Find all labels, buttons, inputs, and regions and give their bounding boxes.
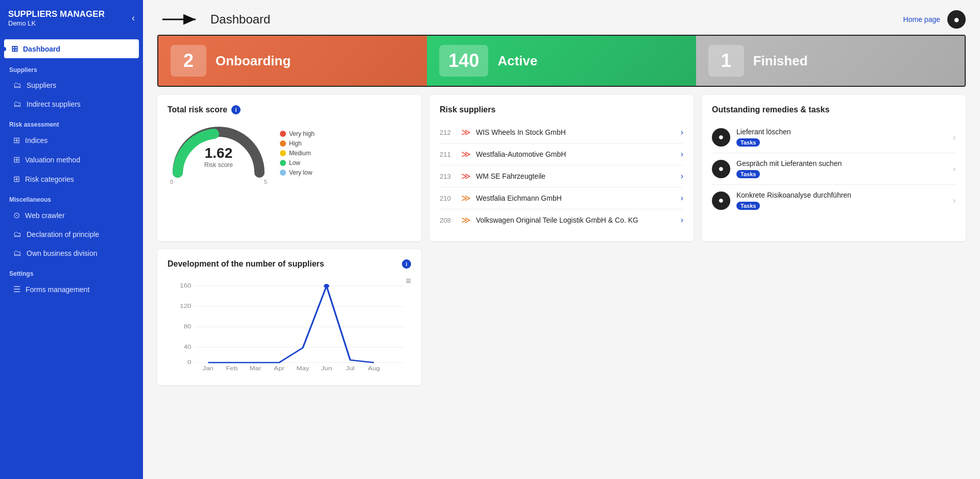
gauge-number: 1.62 — [204, 145, 233, 161]
svg-text:120: 120 — [180, 303, 192, 309]
sidebar-item-suppliers[interactable]: 🗂 Suppliers — [4, 76, 139, 94]
gauge-scale-max: 5 — [264, 179, 267, 185]
risk-score-card: Total risk score i — [157, 95, 421, 241]
dashboard-grid: Total risk score i — [157, 95, 966, 241]
sidebar-item-forms-management-label: Forms management — [26, 285, 89, 294]
svg-text:May: May — [297, 366, 309, 371]
dev-chart-info-icon[interactable]: i — [402, 259, 411, 269]
risk-suppliers-card: Risk suppliers 212 ≫ WIS Wheels In Stock… — [429, 95, 694, 241]
sidebar-item-valuation-method-label: Valuation method — [25, 156, 80, 164]
svg-text:Feb: Feb — [226, 366, 237, 371]
chevron-right-icon-5: › — [681, 215, 683, 225]
remedy-chevron-icon-3[interactable]: › — [953, 196, 955, 205]
risk-icon-high-1: ≫ — [461, 193, 471, 204]
sidebar-item-risk-categories[interactable]: ⊞ Risk categories — [4, 170, 139, 188]
remedy-avatar-2: ● — [712, 160, 730, 178]
risk-suppliers-title: Risk suppliers — [440, 105, 683, 114]
legend-low: Low — [280, 159, 315, 166]
sidebar-item-declaration[interactable]: 🗂 Declaration of principle — [4, 225, 139, 244]
arrow-annotation — [157, 9, 203, 30]
remedy-avatar-1: ● — [712, 128, 730, 147]
sidebar-item-indices[interactable]: ⊞ Indices — [4, 131, 139, 150]
sidebar-item-indirect-suppliers[interactable]: 🗂 Indirect suppliers — [4, 95, 139, 113]
second-row: Development of the number of suppliers i… — [157, 249, 966, 385]
remedy-content-2: Gespräch mit Lieferanten suchen Tasks — [736, 159, 947, 178]
sidebar-item-indices-label: Indices — [25, 136, 47, 145]
gauge-svg: 1.62 Risk score — [168, 122, 270, 178]
legend-very-high: Very high — [280, 130, 315, 137]
sidebar: SUPPLIERS MANAGER Demo LK ‹ ⊞ Dashboard … — [0, 0, 143, 479]
svg-text:Apr: Apr — [274, 366, 284, 371]
risk-item-208[interactable]: 208 ≫ Volkswagen Original Teile Logistik… — [440, 209, 683, 231]
sidebar-header: SUPPLIERS MANAGER Demo LK ‹ — [0, 0, 143, 34]
sidebar-item-indirect-suppliers-label: Indirect suppliers — [27, 100, 81, 108]
chevron-right-icon-2: › — [681, 150, 683, 159]
status-card-onboarding[interactable]: 2 Onboarding — [158, 36, 427, 86]
remedy-badge-2: Tasks — [736, 170, 760, 178]
gauge-container: 1.62 Risk score 0 5 Very high — [168, 122, 411, 185]
valuation-method-icon: ⊞ — [13, 155, 20, 164]
sidebar-item-business-division-label: Own business division — [27, 249, 98, 257]
sidebar-item-web-crawler[interactable]: ⊙ Web crawler — [4, 206, 139, 225]
development-chart-svg: 0 40 80 120 160 Jan Feb Mar Apr May Jun … — [168, 281, 411, 373]
sidebar-item-dashboard-label: Dashboard — [23, 45, 60, 53]
sidebar-item-valuation-method[interactable]: ⊞ Valuation method — [4, 150, 139, 169]
sidebar-item-suppliers-label: Suppliers — [27, 81, 56, 89]
sidebar-collapse-button[interactable]: ‹ — [132, 13, 135, 23]
status-card-active[interactable]: 140 Active — [427, 36, 696, 86]
status-row: 2 Onboarding 140 Active 1 Finished — [157, 35, 966, 87]
sidebar-nav: ⊞ Dashboard Suppliers 🗂 Suppliers 🗂 Indi… — [0, 34, 143, 479]
active-number: 140 — [439, 45, 488, 77]
chevron-right-icon-3: › — [681, 172, 683, 181]
gauge-label: Risk score — [204, 161, 233, 169]
finished-number: 1 — [708, 45, 744, 77]
sidebar-item-dashboard[interactable]: ⊞ Dashboard — [4, 39, 139, 58]
remedy-avatar-3: ● — [712, 191, 730, 210]
legend-medium: Medium — [280, 150, 315, 157]
indices-icon: ⊞ — [13, 135, 20, 145]
main-header: Dashboard Home page ● — [143, 0, 980, 35]
legend-very-low: Very low — [280, 169, 315, 176]
active-dot — [2, 47, 6, 51]
sidebar-item-forms-management[interactable]: ☰ Forms management — [4, 280, 139, 299]
home-page-link[interactable]: Home page — [903, 15, 940, 23]
remedy-badge-1: Tasks — [736, 138, 760, 147]
legend-high: High — [280, 140, 315, 147]
declaration-icon: 🗂 — [13, 230, 21, 239]
risk-icon-high-2: ≫ — [461, 214, 471, 226]
risk-score-info-icon[interactable]: i — [231, 105, 241, 114]
user-avatar[interactable]: ● — [947, 10, 966, 29]
risk-item-211[interactable]: 211 ≫ Westfalia-Automotive GmbH › — [440, 143, 683, 165]
development-chart-card: Development of the number of suppliers i… — [157, 249, 421, 385]
remedy-content-3: Konkrete Risikoanalyse durchführen Tasks — [736, 191, 947, 210]
sidebar-item-web-crawler-label: Web crawler — [25, 211, 65, 220]
dev-chart-wrap: ≡ 0 40 80 120 160 Jan Feb — [168, 276, 411, 375]
svg-text:80: 80 — [184, 324, 192, 329]
risk-item-212[interactable]: 212 ≫ WIS Wheels In Stock GmbH › — [440, 122, 683, 143]
risk-categories-icon: ⊞ — [13, 174, 20, 184]
chart-menu-icon[interactable]: ≡ — [405, 276, 411, 286]
remedy-item-2: ● Gespräch mit Lieferanten suchen Tasks … — [712, 153, 955, 185]
risk-item-210[interactable]: 210 ≫ Westfalia Eichmann GmbH › — [440, 187, 683, 209]
risk-item-213[interactable]: 213 ≫ WM SE Fahrzeugteile › — [440, 165, 683, 187]
main-content: Dashboard Home page ● 2 Onboarding 140 A… — [143, 0, 980, 479]
remedy-badge-3: Tasks — [736, 202, 760, 210]
remedy-content-1: Lieferant löschen Tasks — [736, 128, 947, 147]
legend-dot-very-high — [280, 131, 286, 137]
gauge-scale-min: 0 — [170, 179, 173, 185]
status-card-finished[interactable]: 1 Finished — [696, 36, 965, 86]
svg-text:Aug: Aug — [368, 366, 380, 371]
svg-text:Jan: Jan — [203, 366, 213, 371]
sidebar-item-business-division[interactable]: 🗂 Own business division — [4, 244, 139, 262]
remedies-card: Outstanding remedies & tasks ● Lieferant… — [702, 95, 966, 241]
sidebar-item-declaration-label: Declaration of principle — [27, 230, 99, 238]
remedy-chevron-icon-2[interactable]: › — [953, 164, 955, 174]
app-subtitle: Demo LK — [8, 19, 105, 27]
app-title: SUPPLIERS MANAGER — [8, 9, 105, 19]
web-crawler-icon: ⊙ — [13, 210, 20, 220]
remedy-chevron-icon-1[interactable]: › — [953, 133, 955, 142]
dev-chart-title: Development of the number of suppliers i — [168, 259, 411, 269]
remedy-item-1: ● Lieferant löschen Tasks › — [712, 122, 955, 153]
onboarding-label: Onboarding — [216, 53, 291, 69]
risk-icon-very-high-1: ≫ — [461, 127, 471, 138]
